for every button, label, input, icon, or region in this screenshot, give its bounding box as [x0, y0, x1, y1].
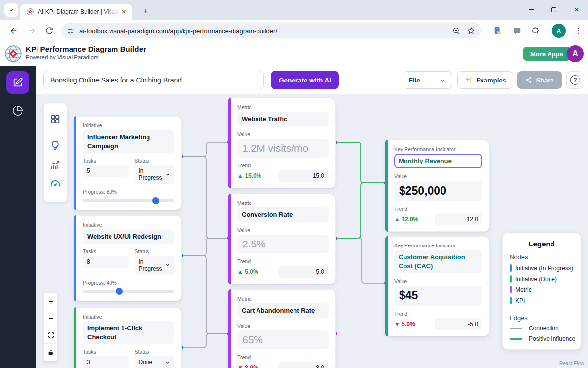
- kpi-title-input[interactable]: Monthly Revenue: [394, 154, 482, 168]
- trend-value-field[interactable]: -5.0: [435, 318, 482, 330]
- progress-slider[interactable]: [83, 199, 174, 202]
- browser-profile-avatar[interactable]: A: [552, 24, 566, 38]
- fit-view-button[interactable]: [44, 327, 58, 344]
- browser-menu-button[interactable]: ⋮: [572, 24, 585, 38]
- extensions-puzzle-icon: [531, 27, 540, 35]
- metric-node-cart-abandonment[interactable]: Metric Cart Abandonment Rate Value 65% T…: [228, 289, 336, 368]
- tasks-label: Tasks: [83, 248, 129, 254]
- trend-percent: ▲ 12.0%: [394, 216, 430, 223]
- url-bar[interactable]: ai-toolbox.visual-paradigm.com/app/kpi-p…: [61, 23, 481, 38]
- docs-offline-button[interactable]: [491, 24, 504, 37]
- browser-tab[interactable]: AI KPI Diagram Builder | Visuali ✕: [20, 4, 132, 20]
- initiative-node-one-click-checkout[interactable]: Initiative Implement 1-Click Checkout Ta…: [74, 307, 182, 368]
- tasks-label: Tasks: [83, 349, 129, 355]
- sidebar-editor-button[interactable]: [6, 71, 29, 94]
- generate-with-ai-button[interactable]: Generate with AI: [271, 71, 339, 89]
- status-select[interactable]: Done: [135, 356, 174, 368]
- minimize-icon: [529, 9, 534, 10]
- help-button[interactable]: ?: [566, 71, 584, 89]
- node-title[interactable]: Website UX/UI Redesign: [83, 229, 174, 244]
- forward-button[interactable]: [25, 24, 38, 38]
- tasks-value[interactable]: 3: [83, 356, 129, 368]
- minimize-button[interactable]: [520, 0, 543, 20]
- trend-label: Trend: [237, 354, 329, 360]
- new-tab-button[interactable]: +: [139, 4, 152, 18]
- prompt-input[interactable]: [43, 71, 264, 89]
- status-select[interactable]: In Progress: [135, 256, 174, 275]
- add-initiative-button[interactable]: [49, 139, 61, 151]
- trend-value-field[interactable]: -8.0: [278, 362, 329, 368]
- more-apps-button[interactable]: More Apps: [523, 47, 571, 61]
- initiative-node-influencer-marketing[interactable]: Initiative Influencer Marketing Campaign…: [74, 116, 182, 210]
- kpi-title-input[interactable]: Customer Acquisition Cost (CAC): [394, 250, 482, 273]
- react-flow-attribution[interactable]: React Flow: [557, 360, 586, 367]
- metric-value[interactable]: 65%: [237, 330, 329, 349]
- trend-value-field[interactable]: 15.0: [278, 170, 329, 182]
- close-button[interactable]: ✕: [565, 0, 588, 20]
- back-button[interactable]: [7, 24, 21, 38]
- tab-close-icon[interactable]: ✕: [119, 7, 128, 16]
- trend-percent: ▲ 5.0%: [237, 268, 273, 275]
- slider-thumb[interactable]: [152, 197, 159, 204]
- legend-title: Legend: [510, 240, 574, 248]
- gauge-icon: [50, 179, 61, 190]
- kpi-value[interactable]: $45: [394, 286, 482, 306]
- browser-toolbar: ai-toolbox.visual-paradigm.com/app/kpi-p…: [0, 20, 588, 41]
- status-select[interactable]: In Progress: [135, 165, 174, 184]
- diagram-canvas[interactable]: Initiative Influencer Marketing Campaign…: [36, 94, 588, 368]
- site-settings-icon[interactable]: [67, 27, 74, 35]
- sidebar-analytics-button[interactable]: [12, 105, 24, 117]
- node-title[interactable]: Cart Abandonment Rate: [237, 303, 329, 318]
- reload-button[interactable]: [42, 24, 56, 38]
- metric-node-website-traffic[interactable]: Metric Website Traffic Value 1.2M visits…: [228, 98, 336, 188]
- add-metric-button[interactable]: [49, 159, 61, 171]
- lock-button[interactable]: [44, 344, 58, 361]
- trend-value-field[interactable]: 12.0: [435, 213, 482, 225]
- visual-paradigm-logo: [4, 44, 23, 63]
- node-title[interactable]: Website Traffic: [237, 112, 329, 126]
- metric-node-conversion-rate[interactable]: Metric Conversion Rate Value 2.5% Trend …: [228, 194, 336, 284]
- user-avatar[interactable]: A: [567, 45, 584, 62]
- metric-value[interactable]: 2.5%: [237, 235, 329, 253]
- value-label: Value: [237, 131, 329, 137]
- page-title: KPI Performance Diagram Builder: [26, 45, 146, 53]
- kpi-node-monthly-revenue[interactable]: Key Performance Indicator Monthly Revenu…: [385, 140, 490, 232]
- extensions-button[interactable]: [529, 24, 542, 37]
- trend-value-field[interactable]: 5.0: [278, 266, 329, 278]
- slider-thumb[interactable]: [116, 288, 123, 295]
- progress-label: Progress: 80%: [83, 189, 174, 195]
- comment-button[interactable]: [511, 24, 523, 37]
- layout-tool-button[interactable]: [49, 113, 61, 125]
- reload-icon: [45, 27, 53, 35]
- chevron-down-icon: [165, 360, 170, 365]
- tasks-value[interactable]: 8: [83, 256, 129, 268]
- progress-slider[interactable]: [83, 290, 174, 293]
- bookmark-button[interactable]: [467, 27, 475, 35]
- examples-button[interactable]: Examples: [457, 71, 513, 89]
- node-title[interactable]: Influencer Marketing Campaign: [83, 130, 174, 153]
- tab-search-button[interactable]: [4, 3, 18, 17]
- node-title[interactable]: Conversion Rate: [237, 207, 329, 222]
- share-button[interactable]: Share: [517, 71, 562, 89]
- file-menu-button[interactable]: File: [403, 71, 452, 89]
- maximize-button[interactable]: [543, 0, 565, 20]
- legend-item: Positive Influence: [510, 335, 574, 342]
- add-kpi-button[interactable]: [49, 179, 61, 191]
- tasks-value[interactable]: 5: [83, 165, 129, 177]
- docs-offline-icon: [493, 26, 502, 35]
- metric-value[interactable]: 1.2M visits/mo: [237, 139, 329, 158]
- zoom-out-button[interactable]: [452, 27, 460, 35]
- node-title[interactable]: Implement 1-Click Checkout: [83, 321, 174, 344]
- zoom-out-icon: [452, 27, 460, 35]
- node-type-stripe: [228, 98, 231, 188]
- zoom-out-button-canvas[interactable]: [44, 310, 58, 327]
- value-label: Value: [237, 323, 329, 329]
- status-label: Status: [135, 248, 174, 254]
- zoom-in-button[interactable]: [44, 293, 58, 310]
- kpi-value[interactable]: $250,000: [394, 181, 482, 201]
- comment-icon: [513, 27, 521, 35]
- legend-swatch: [510, 286, 512, 293]
- kpi-node-customer-acquisition-cost[interactable]: Key Performance Indicator Customer Acqui…: [385, 236, 490, 336]
- initiative-node-website-redesign[interactable]: Initiative Website UX/UI Redesign Tasks …: [74, 215, 182, 301]
- visual-paradigm-link[interactable]: Visual Paradigm: [57, 54, 99, 60]
